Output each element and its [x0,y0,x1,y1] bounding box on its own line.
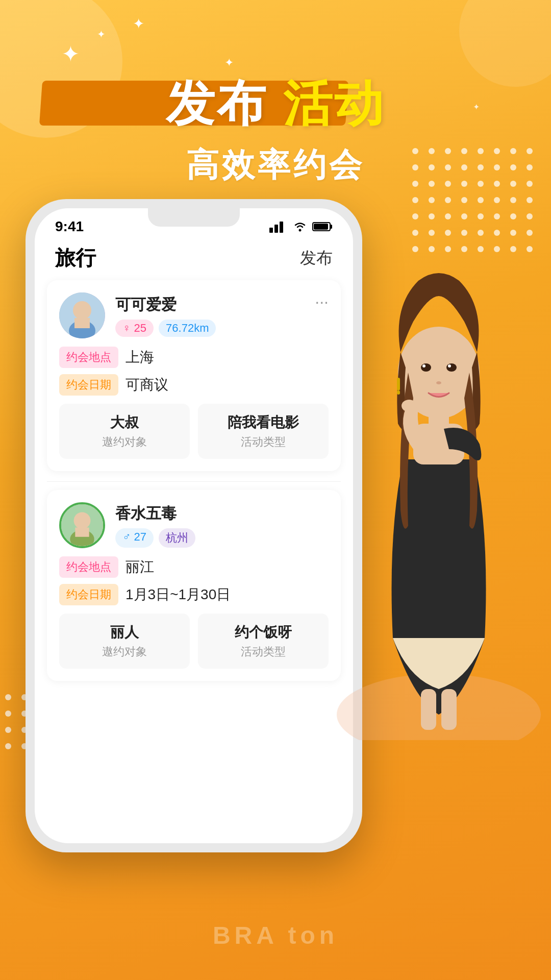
avatar-1 [59,292,105,338]
date-value-1: 可商议 [126,375,168,395]
svg-rect-2 [280,222,283,233]
action-btn-target-2[interactable]: 丽人 遨约对象 [59,614,190,669]
headline-part1: 发布 [166,76,268,131]
svg-rect-24 [397,378,400,390]
sparkle-icon-1: ✦ [97,28,106,40]
tags-1: ♀ 25 76.72km [115,320,315,337]
svg-rect-10 [74,318,90,328]
svg-rect-28 [441,689,457,730]
phone-notch [148,208,240,227]
svg-rect-25 [397,390,400,395]
status-time: 9:41 [55,218,84,235]
action-btn-title-1: 大叔 [65,413,184,432]
date-label-2: 约会日期 [59,584,118,605]
headline: 发布 活动 [0,71,551,138]
action-btn-target-1[interactable]: 大叔 遨约对象 [59,404,190,459]
action-btn-sub-1: 遨约对象 [65,434,184,450]
action-btn-type-title-1: 陪我看电影 [204,413,322,432]
svg-rect-0 [269,228,273,233]
svg-point-21 [422,364,425,368]
svg-point-19 [421,363,431,372]
location-label-2: 约会地点 [59,556,118,578]
action-row-1: 大叔 遨约对象 陪我看电影 活动类型 [59,404,329,459]
action-btn-type-1[interactable]: 陪我看电影 活动类型 [198,404,329,459]
star-icon-3: ✦ [224,56,234,69]
action-row-2: 丽人 遨约对象 约个饭呀 活动类型 [59,614,329,669]
avatar-illustration-2 [61,502,103,548]
app-title: 旅行 [55,244,96,272]
svg-point-3 [299,229,302,232]
svg-point-8 [73,301,91,320]
bottom-brand: BRA ton [0,921,551,949]
user-row-2: 香水五毒 ♂ 27 杭州 [59,502,329,548]
username-2: 香水五毒 [115,503,329,524]
svg-point-26 [402,400,417,412]
activity-card-2[interactable]: 香水五毒 ♂ 27 杭州 约会地点 丽江 约会日期 1月3日~1月30日 [47,490,341,681]
card-divider [47,481,341,482]
avatar-illustration-1 [59,292,105,338]
headline-part2: 活动 [283,76,385,131]
location-row-1: 约会地点 上海 [59,347,329,368]
svg-point-12 [74,512,91,529]
location-value-2: 丽江 [126,557,154,577]
user-info-1: 可可爱爱 ♀ 25 76.72km [115,295,315,337]
location-row-2: 约会地点 丽江 [59,556,329,578]
activity-card-1[interactable]: 可可爱爱 ♀ 25 76.72km ··· 约会地点 上海 约会日期 可商议 [47,280,341,471]
date-row-2: 约会日期 1月3日~1月30日 [59,584,329,605]
location-value-1: 上海 [126,348,154,367]
date-row-1: 约会日期 可商议 [59,374,329,396]
location-label-1: 约会地点 [59,347,118,368]
svg-point-20 [446,363,457,372]
girl-illustration [311,179,551,740]
action-btn-sub-2: 遨约对象 [65,644,184,659]
tag-city-2: 杭州 [159,528,195,548]
tag-gender-age-2: ♂ 27 [115,528,154,548]
date-value-2: 1月3日~1月30日 [126,585,231,604]
tag-distance-1: 76.72km [159,320,216,337]
tag-gender-age-1: ♀ 25 [115,320,154,337]
girl-photo [311,179,551,740]
phone-screen: 9:41 [35,208,353,843]
app-header: 旅行 发布 [35,239,353,280]
tags-2: ♂ 27 杭州 [115,528,329,548]
svg-rect-27 [421,689,436,730]
date-label-1: 约会日期 [59,374,118,396]
action-btn-title-2: 丽人 [65,623,184,642]
svg-point-22 [448,364,451,368]
action-btn-type-title-2: 约个饭呀 [204,623,322,642]
star-icon-1: ✦ [61,41,80,67]
signal-icon [269,220,288,233]
username-1: 可可爱爱 [115,295,315,315]
avatar-2 [59,502,105,548]
svg-rect-1 [274,225,278,233]
action-btn-type-sub-1: 活动类型 [204,434,322,450]
svg-point-23 [436,381,441,384]
star-icon-2: ✦ [133,15,144,32]
user-row-1: 可可爱爱 ♀ 25 76.72km ··· [59,292,329,338]
action-btn-type-sub-2: 活动类型 [204,644,322,659]
action-btn-type-2[interactable]: 约个饭呀 活动类型 [198,614,329,669]
svg-rect-14 [75,528,89,537]
user-info-2: 香水五毒 ♂ 27 杭州 [115,503,329,548]
wifi-icon [293,220,307,233]
